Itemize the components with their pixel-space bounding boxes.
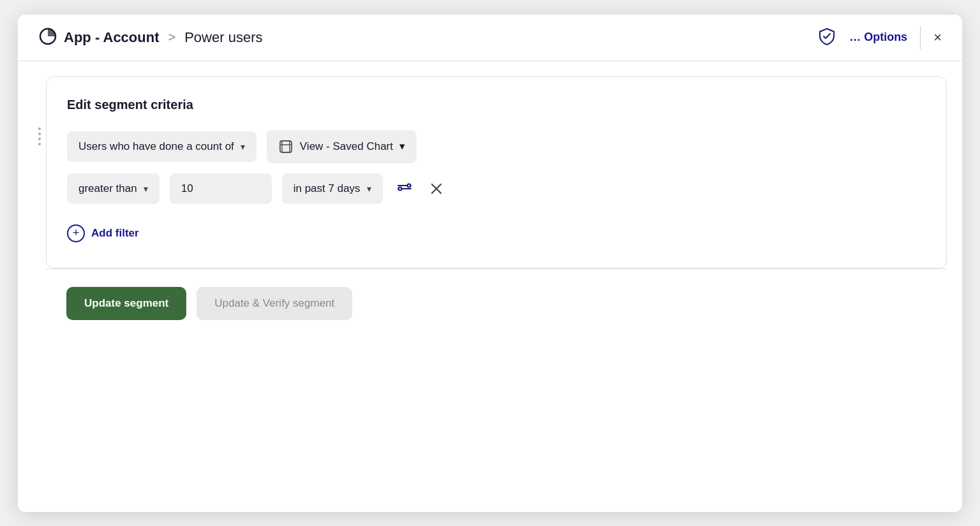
condition-chevron-icon: ▾	[241, 142, 245, 152]
filter-settings-button[interactable]	[393, 177, 416, 200]
drag-dot-2	[38, 133, 41, 135]
operator-chevron-icon: ▾	[144, 184, 148, 194]
drag-handle[interactable]	[33, 115, 46, 158]
options-button[interactable]: … Options	[849, 31, 907, 44]
drag-dot-1	[38, 128, 41, 130]
event-chevron-icon: ▾	[399, 140, 405, 153]
breadcrumb-app: App - Account	[64, 29, 160, 46]
event-label: View - Saved Chart	[300, 140, 393, 153]
filter-row-2: greater than ▾ in past 7 days ▾	[67, 173, 926, 204]
operator-label: greater than	[78, 182, 137, 195]
breadcrumb-separator: >	[168, 30, 176, 45]
breadcrumb-current: Power users	[184, 29, 262, 46]
titlebar-divider	[920, 26, 921, 49]
segment-editor-card: Edit segment criteria Users who have don…	[46, 77, 947, 268]
add-filter-circle-icon: +	[67, 224, 85, 242]
operator-dropdown[interactable]: greater than ▾	[67, 173, 160, 204]
svg-rect-2	[282, 141, 290, 152]
update-segment-button[interactable]: Update segment	[66, 287, 186, 320]
event-chart-icon	[278, 139, 293, 154]
titlebar-right: … Options ×	[817, 26, 942, 49]
time-label: in past 7 days	[293, 182, 360, 195]
condition-label: Users who have done a count of	[78, 140, 234, 153]
shield-icon	[817, 27, 836, 48]
time-dropdown[interactable]: in past 7 days ▾	[282, 173, 383, 204]
add-filter-label: Add filter	[91, 227, 139, 240]
app-icon	[38, 27, 57, 48]
condition-dropdown[interactable]: Users who have done a count of ▾	[67, 131, 256, 162]
add-filter-row[interactable]: + Add filter	[67, 224, 926, 242]
remove-filter-button[interactable]	[426, 179, 447, 199]
breadcrumb: App - Account > Power users	[38, 27, 817, 48]
titlebar: App - Account > Power users … Options ×	[18, 15, 962, 61]
section-title: Edit segment criteria	[67, 98, 926, 112]
drag-dot-4	[38, 143, 41, 145]
drag-dot-3	[38, 138, 41, 140]
update-verify-button[interactable]: Update & Verify segment	[197, 287, 352, 320]
content-area: Edit segment criteria Users who have don…	[18, 61, 962, 338]
value-input[interactable]	[170, 173, 272, 204]
footer-section: Update segment Update & Verify segment	[46, 268, 947, 338]
time-chevron-icon: ▾	[367, 184, 371, 194]
event-dropdown[interactable]: View - Saved Chart ▾	[267, 130, 417, 163]
main-window: App - Account > Power users … Options ×	[18, 15, 962, 512]
close-button[interactable]: ×	[933, 29, 942, 46]
filter-row-1: Users who have done a count of ▾ View - …	[67, 130, 926, 163]
